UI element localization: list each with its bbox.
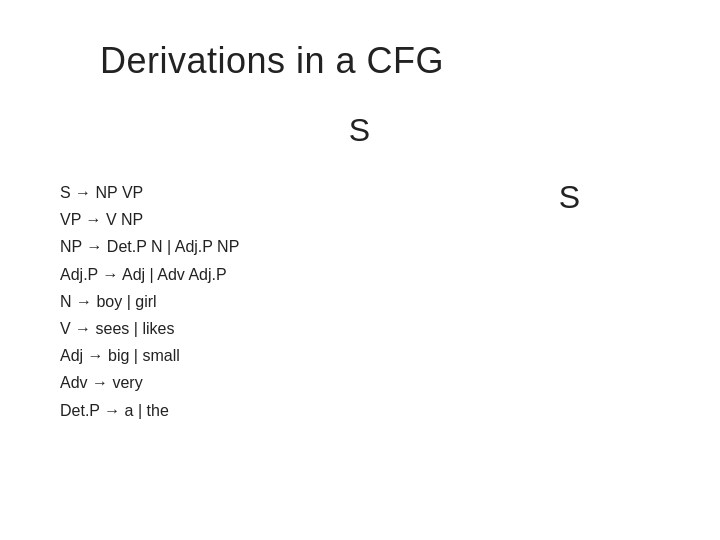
rule-line: Adj.P → Adj | Adv Adj.P xyxy=(60,261,559,288)
rule-line: NP → Det.P N | Adj.P NP xyxy=(60,233,559,260)
slide: Derivations in a CFG S S → NP VPVP → V N… xyxy=(0,0,720,540)
right-symbol: S xyxy=(559,179,660,216)
grammar-rules: S → NP VPVP → V NPNP → Det.P N | Adj.P N… xyxy=(60,179,559,424)
rule-line: Det.P → a | the xyxy=(60,397,559,424)
rule-line: Adj → big | small xyxy=(60,342,559,369)
rule-line: VP → V NP xyxy=(60,206,559,233)
rule-line: Adv → very xyxy=(60,369,559,396)
rule-line: S → NP VP xyxy=(60,179,559,206)
rule-line: V → sees | likes xyxy=(60,315,559,342)
slide-title: Derivations in a CFG xyxy=(100,40,680,82)
content-area: S → NP VPVP → V NPNP → Det.P N | Adj.P N… xyxy=(40,179,680,424)
rule-line: N → boy | girl xyxy=(60,288,559,315)
center-symbol: S xyxy=(40,112,680,149)
